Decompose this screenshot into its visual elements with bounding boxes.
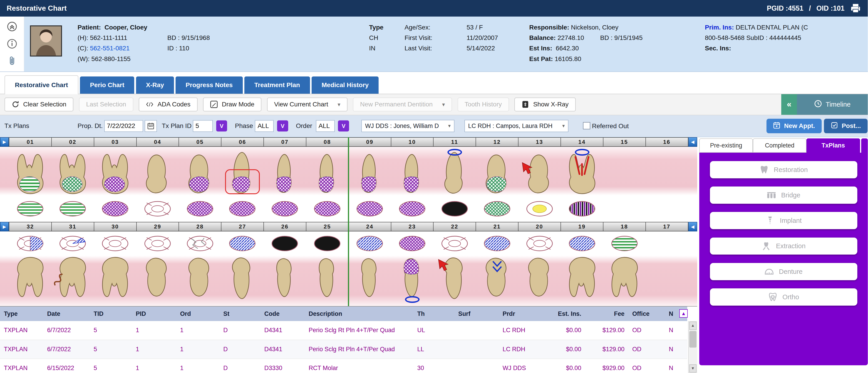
occlusal-23[interactable] (391, 234, 434, 253)
tooth-number-22[interactable]: 22 (434, 222, 476, 231)
tooth-number-12[interactable]: 12 (476, 138, 519, 146)
occlusal-06[interactable] (221, 200, 264, 218)
tooth-27[interactable] (221, 256, 264, 302)
tooth-number-01[interactable]: 01 (9, 138, 52, 146)
tooth-19[interactable] (561, 256, 603, 302)
tooth-number-20[interactable]: 20 (519, 222, 561, 231)
occlusal-19[interactable] (561, 234, 603, 253)
tooth-07[interactable] (264, 149, 306, 195)
extraction-button[interactable]: Extraction (710, 238, 857, 255)
tooth-number-15[interactable]: 15 (603, 138, 646, 146)
right-tab-txplans[interactable]: TxPlans (806, 138, 860, 153)
tooth-23[interactable] (391, 256, 434, 302)
tooth-09[interactable] (349, 149, 391, 195)
tooth-number-27[interactable]: 27 (221, 222, 264, 231)
tooth-number-09[interactable]: 09 (349, 138, 391, 146)
tooth-22[interactable] (434, 256, 476, 302)
column-header-office[interactable]: Office (628, 307, 665, 321)
tab-x-ray[interactable]: X-Ray (136, 76, 174, 94)
scrollbar-up-button[interactable]: ▲ (689, 321, 696, 330)
tooth-number-03[interactable]: 03 (94, 138, 137, 146)
clear-selection-button[interactable]: Clear Selection (4, 98, 73, 111)
bridge-button[interactable]: Bridge (710, 186, 857, 204)
txplan-id-input[interactable] (193, 120, 213, 132)
scrollbar-thumb[interactable] (689, 331, 696, 348)
tooth-number-06[interactable]: 06 (221, 138, 264, 146)
tooth-24[interactable] (349, 256, 391, 302)
tooth-number-28[interactable]: 28 (179, 222, 221, 231)
grid-scroll-top-button[interactable]: ▲ (679, 309, 688, 318)
occlusal-18[interactable] (603, 234, 646, 253)
tooth-number-19[interactable]: 19 (561, 222, 603, 231)
tooth-number-05[interactable]: 05 (179, 138, 221, 146)
occlusal-07[interactable] (264, 200, 306, 218)
tooth-number-07[interactable]: 07 (264, 138, 306, 146)
attachments-paperclip-button[interactable] (6, 55, 18, 67)
phase-input[interactable] (255, 120, 274, 132)
tooth-number-21[interactable]: 21 (476, 222, 519, 231)
new-appt-button[interactable]: New Appt. (767, 119, 822, 133)
occlusal-29[interactable] (136, 234, 179, 253)
info-button[interactable] (6, 38, 18, 50)
tooth-number-13[interactable]: 13 (519, 138, 561, 146)
restoration-button[interactable]: Restoration (710, 161, 857, 178)
tooth-number-32[interactable]: 32 (9, 222, 52, 231)
referred-out-checkbox[interactable] (583, 122, 590, 129)
occlusal-03[interactable] (94, 200, 136, 218)
post-button[interactable]: Post... (824, 119, 867, 133)
occlusal-24[interactable] (349, 234, 391, 253)
tooth-30[interactable] (94, 256, 136, 302)
collapse-right-panel-button[interactable]: « (781, 94, 797, 115)
tooth-29[interactable] (136, 256, 179, 302)
tooth-number-31[interactable]: 31 (52, 222, 94, 231)
show-x-ray-button[interactable]: Show X-Ray (515, 98, 576, 111)
occlusal-10[interactable] (391, 200, 434, 218)
tooth-number-23[interactable]: 23 (391, 222, 434, 231)
tooth-31[interactable] (51, 256, 94, 302)
table-row[interactable]: TXPLAN6/15/2022511DD3330RCT Molar30WJ DD… (0, 359, 687, 373)
tooth-20[interactable] (519, 256, 561, 302)
occlusal-12[interactable] (476, 200, 519, 218)
right-tab-completed[interactable]: Completed (753, 138, 806, 153)
ada-codes-button[interactable]: ADA Codes (139, 98, 197, 111)
tooth-28[interactable] (179, 256, 221, 302)
tooth-number-17[interactable]: 17 (646, 222, 688, 231)
implant-button[interactable]: Implant (710, 212, 857, 229)
column-header-code[interactable]: Code (260, 307, 305, 321)
occlusal-09[interactable] (349, 200, 391, 218)
ortho-button[interactable]: Ortho (710, 289, 857, 306)
right-tab-pre-existing[interactable]: Pre-existing (699, 138, 753, 153)
tooth-10[interactable] (391, 149, 434, 195)
tooth-25[interactable] (306, 256, 349, 302)
tab-medical-history[interactable]: Medical History (312, 76, 379, 94)
provider-dentist-select[interactable]: WJ DDS : Jones, William D▾ (361, 120, 455, 132)
occlusal-21[interactable] (476, 234, 519, 253)
tooth-06[interactable] (221, 149, 264, 195)
prop-dt-input[interactable] (104, 120, 143, 132)
calendar-picker-button[interactable] (145, 120, 157, 132)
scrollbar-down-button[interactable]: ▼ (689, 364, 696, 373)
occlusal-05[interactable] (179, 200, 221, 218)
tooth-11[interactable] (434, 149, 476, 195)
patient-photo[interactable] (30, 25, 62, 57)
occlusal-08[interactable] (306, 200, 349, 218)
tooth-02[interactable] (51, 149, 94, 195)
occlusal-11[interactable] (434, 200, 476, 218)
tooth-number-11[interactable]: 11 (434, 138, 476, 146)
tooth-26[interactable] (264, 256, 306, 302)
tooth-number-16[interactable]: 16 (646, 138, 688, 146)
view-current-chart-select[interactable]: View Current Chart▾ (267, 98, 347, 111)
chart-scroll-left-button-lower[interactable]: ▶ (0, 222, 9, 231)
chart-scroll-right-button[interactable]: ◀ (688, 137, 697, 146)
occlusal-01[interactable] (9, 200, 51, 218)
tab-progress-notes[interactable]: Progress Notes (176, 76, 243, 94)
print-icon[interactable] (850, 3, 861, 13)
timeline-button[interactable]: Timeline (797, 94, 868, 115)
occlusal-32[interactable] (9, 234, 51, 253)
column-header-fee[interactable]: Fee (585, 307, 628, 321)
order-dropdown-button[interactable]: V (338, 121, 349, 132)
tooth-number-29[interactable]: 29 (137, 222, 179, 231)
tooth-32[interactable] (9, 256, 51, 302)
occlusal-26[interactable] (264, 234, 306, 253)
table-row[interactable]: TXPLAN6/7/2022511DD4341Perio Sclg Rt Pln… (0, 340, 687, 359)
